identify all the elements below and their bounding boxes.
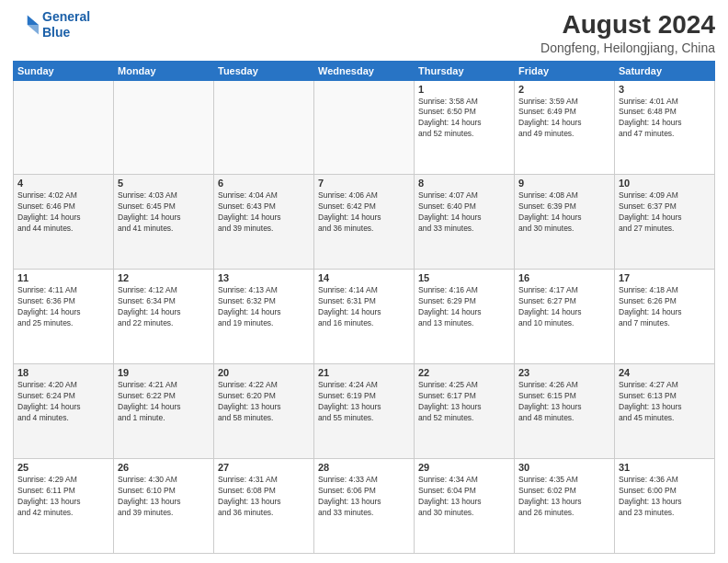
day-num-9: 9 [518,178,610,189]
svg-marker-1 [28,25,39,35]
week-row-1: 1Sunrise: 3:58 AM Sunset: 6:50 PM Daylig… [14,80,715,175]
cell-3-1: 11Sunrise: 4:11 AM Sunset: 6:36 PM Dayli… [14,270,114,364]
logo-icon [13,12,39,38]
col-tuesday: Tuesday [214,61,314,80]
day-num-26: 26 [118,462,210,473]
title-section: August 2024 Dongfeng, Heilongjiang, Chin… [540,9,715,55]
day-info-31: Sunrise: 4:36 AM Sunset: 6:00 PM Dayligh… [619,475,711,519]
header-row: Sunday Monday Tuesday Wednesday Thursday… [14,61,715,80]
day-num-17: 17 [619,272,711,283]
day-num-27: 27 [218,462,310,473]
day-num-30: 30 [518,462,610,473]
day-info-20: Sunrise: 4:22 AM Sunset: 6:20 PM Dayligh… [218,380,310,424]
cell-2-6: 9Sunrise: 4:08 AM Sunset: 6:39 PM Daylig… [515,175,615,270]
day-num-20: 20 [218,367,310,378]
cell-1-4 [314,80,415,175]
day-info-28: Sunrise: 4:33 AM Sunset: 6:06 PM Dayligh… [318,475,410,519]
day-num-12: 12 [118,272,210,283]
col-monday: Monday [114,61,214,80]
day-num-8: 8 [418,178,510,189]
week-row-4: 18Sunrise: 4:20 AM Sunset: 6:24 PM Dayli… [14,364,715,459]
day-num-13: 13 [218,272,310,283]
day-info-29: Sunrise: 4:34 AM Sunset: 6:04 PM Dayligh… [418,475,510,519]
day-info-5: Sunrise: 4:03 AM Sunset: 6:45 PM Dayligh… [118,190,210,235]
day-info-21: Sunrise: 4:24 AM Sunset: 6:19 PM Dayligh… [318,380,410,424]
cell-2-2: 5Sunrise: 4:03 AM Sunset: 6:45 PM Daylig… [114,175,214,270]
cell-4-4: 21Sunrise: 4:24 AM Sunset: 6:19 PM Dayli… [314,364,415,459]
day-num-21: 21 [318,367,410,378]
main-title: August 2024 [540,9,715,40]
day-num-31: 31 [619,462,711,473]
calendar-body: 1Sunrise: 3:58 AM Sunset: 6:50 PM Daylig… [14,80,715,553]
day-num-16: 16 [518,272,610,283]
day-num-7: 7 [318,178,410,189]
col-sunday: Sunday [14,61,114,80]
cell-3-7: 17Sunrise: 4:18 AM Sunset: 6:26 PM Dayli… [615,270,715,364]
day-info-16: Sunrise: 4:17 AM Sunset: 6:27 PM Dayligh… [518,285,610,329]
day-num-10: 10 [619,178,711,189]
day-info-4: Sunrise: 4:02 AM Sunset: 6:46 PM Dayligh… [17,190,109,235]
col-friday: Friday [515,61,615,80]
day-info-24: Sunrise: 4:27 AM Sunset: 6:13 PM Dayligh… [619,380,711,424]
cell-1-2 [114,80,214,175]
day-info-9: Sunrise: 4:08 AM Sunset: 6:39 PM Dayligh… [518,190,610,235]
cell-2-1: 4Sunrise: 4:02 AM Sunset: 6:46 PM Daylig… [14,175,114,270]
day-info-14: Sunrise: 4:14 AM Sunset: 6:31 PM Dayligh… [318,285,410,329]
day-num-6: 6 [218,178,310,189]
page: General Blue August 2024 Dongfeng, Heilo… [0,0,728,563]
day-info-19: Sunrise: 4:21 AM Sunset: 6:22 PM Dayligh… [118,380,210,424]
logo-line1: General [42,9,90,24]
week-row-5: 25Sunrise: 4:29 AM Sunset: 6:11 PM Dayli… [14,459,715,554]
cell-4-6: 23Sunrise: 4:26 AM Sunset: 6:15 PM Dayli… [515,364,615,459]
day-info-13: Sunrise: 4:13 AM Sunset: 6:32 PM Dayligh… [218,285,310,329]
day-info-18: Sunrise: 4:20 AM Sunset: 6:24 PM Dayligh… [17,380,109,424]
day-num-23: 23 [518,367,610,378]
cell-5-6: 30Sunrise: 4:35 AM Sunset: 6:02 PM Dayli… [515,459,615,554]
subtitle: Dongfeng, Heilongjiang, China [540,40,715,55]
day-info-3: Sunrise: 4:01 AM Sunset: 6:48 PM Dayligh… [619,97,711,141]
day-num-2: 2 [518,84,610,95]
day-num-1: 1 [418,84,510,95]
day-num-29: 29 [418,462,510,473]
day-info-7: Sunrise: 4:06 AM Sunset: 6:42 PM Dayligh… [318,190,410,235]
cell-1-5: 1Sunrise: 3:58 AM Sunset: 6:50 PM Daylig… [415,80,515,175]
day-num-3: 3 [619,84,711,95]
col-thursday: Thursday [415,61,515,80]
day-info-27: Sunrise: 4:31 AM Sunset: 6:08 PM Dayligh… [218,475,310,519]
cell-5-7: 31Sunrise: 4:36 AM Sunset: 6:00 PM Dayli… [615,459,715,554]
day-num-25: 25 [17,462,109,473]
day-num-11: 11 [17,272,109,283]
day-info-23: Sunrise: 4:26 AM Sunset: 6:15 PM Dayligh… [518,380,610,424]
day-num-15: 15 [418,272,510,283]
cell-5-4: 28Sunrise: 4:33 AM Sunset: 6:06 PM Dayli… [314,459,415,554]
week-row-2: 4Sunrise: 4:02 AM Sunset: 6:46 PM Daylig… [14,175,715,270]
day-info-15: Sunrise: 4:16 AM Sunset: 6:29 PM Dayligh… [418,285,510,329]
cell-2-5: 8Sunrise: 4:07 AM Sunset: 6:40 PM Daylig… [415,175,515,270]
cell-5-5: 29Sunrise: 4:34 AM Sunset: 6:04 PM Dayli… [415,459,515,554]
calendar-header: Sunday Monday Tuesday Wednesday Thursday… [14,61,715,80]
day-info-25: Sunrise: 4:29 AM Sunset: 6:11 PM Dayligh… [17,475,109,519]
day-info-22: Sunrise: 4:25 AM Sunset: 6:17 PM Dayligh… [418,380,510,424]
logo-line2: Blue [42,25,70,40]
day-info-2: Sunrise: 3:59 AM Sunset: 6:49 PM Dayligh… [518,97,610,141]
day-num-5: 5 [118,178,210,189]
cell-4-2: 19Sunrise: 4:21 AM Sunset: 6:22 PM Dayli… [114,364,214,459]
cell-5-3: 27Sunrise: 4:31 AM Sunset: 6:08 PM Dayli… [214,459,314,554]
day-num-19: 19 [118,367,210,378]
col-wednesday: Wednesday [314,61,415,80]
day-info-12: Sunrise: 4:12 AM Sunset: 6:34 PM Dayligh… [118,285,210,329]
day-info-1: Sunrise: 3:58 AM Sunset: 6:50 PM Dayligh… [418,97,510,141]
day-num-22: 22 [418,367,510,378]
cell-4-5: 22Sunrise: 4:25 AM Sunset: 6:17 PM Dayli… [415,364,515,459]
cell-4-3: 20Sunrise: 4:22 AM Sunset: 6:20 PM Dayli… [214,364,314,459]
day-num-24: 24 [619,367,711,378]
day-num-18: 18 [17,367,109,378]
cell-2-3: 6Sunrise: 4:04 AM Sunset: 6:43 PM Daylig… [214,175,314,270]
day-info-17: Sunrise: 4:18 AM Sunset: 6:26 PM Dayligh… [619,285,711,329]
cell-2-4: 7Sunrise: 4:06 AM Sunset: 6:42 PM Daylig… [314,175,415,270]
cell-1-6: 2Sunrise: 3:59 AM Sunset: 6:49 PM Daylig… [515,80,615,175]
cell-4-1: 18Sunrise: 4:20 AM Sunset: 6:24 PM Dayli… [14,364,114,459]
day-info-30: Sunrise: 4:35 AM Sunset: 6:02 PM Dayligh… [518,475,610,519]
day-info-10: Sunrise: 4:09 AM Sunset: 6:37 PM Dayligh… [619,190,711,235]
logo-text: General Blue [42,9,90,40]
